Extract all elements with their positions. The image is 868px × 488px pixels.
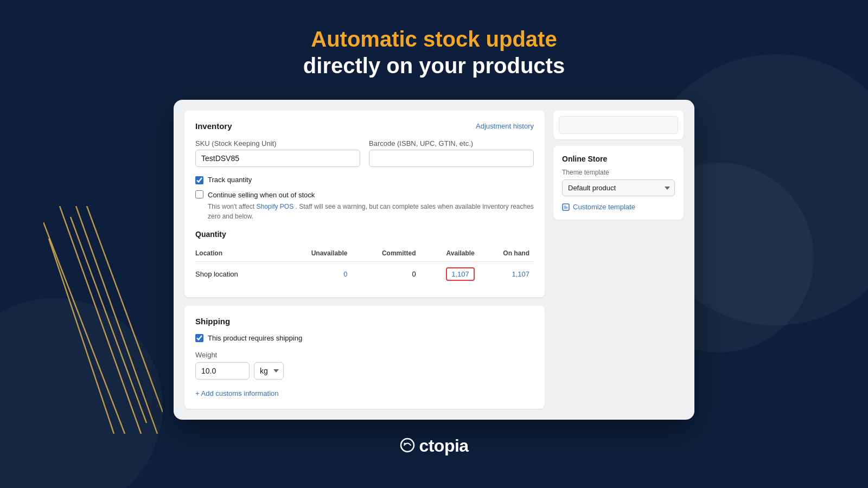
bottom-logo: ctopia bbox=[399, 436, 468, 456]
svg-point-8 bbox=[404, 442, 406, 444]
svg-point-7 bbox=[401, 439, 414, 452]
track-quantity-label[interactable]: Track quantity bbox=[208, 176, 252, 184]
logo-text: ctopia bbox=[419, 436, 468, 456]
theme-template-select[interactable]: Default product bbox=[562, 179, 675, 196]
left-panel: Inventory Adjustment history SKU (Stock … bbox=[184, 111, 545, 409]
quantity-section: Quantity Location Unavailable Committed … bbox=[195, 230, 534, 286]
sku-input[interactable] bbox=[195, 150, 360, 167]
col-unavailable: Unavailable bbox=[279, 246, 352, 262]
row-committed: 0 bbox=[352, 262, 420, 287]
customize-template-text: Customize template bbox=[573, 203, 635, 211]
row-location: Shop location bbox=[195, 262, 279, 287]
requires-shipping-checkbox[interactable] bbox=[195, 334, 203, 342]
weight-unit-select[interactable]: kg lb oz g bbox=[254, 362, 284, 380]
row-on-hand: 1,107 bbox=[479, 262, 534, 287]
col-on-hand: On hand bbox=[479, 246, 534, 262]
page-content: Automatic stock update directly on your … bbox=[0, 0, 868, 456]
track-quantity-item: Track quantity bbox=[195, 176, 534, 184]
row-available: 1,107 bbox=[420, 262, 479, 287]
weight-label: Weight bbox=[195, 351, 534, 359]
continue-selling-label[interactable]: Continue selling when out of stock bbox=[208, 191, 315, 199]
search-bar-card bbox=[553, 111, 684, 139]
online-store-card: Online Store Theme template Default prod… bbox=[553, 146, 684, 220]
col-available: Available bbox=[420, 246, 479, 262]
checkbox-group: Track quantity Continue selling when out… bbox=[195, 176, 534, 221]
right-panel: Online Store Theme template Default prod… bbox=[553, 111, 684, 409]
requires-shipping-label[interactable]: This product requires shipping bbox=[208, 334, 302, 342]
weight-group: Weight kg lb oz g bbox=[195, 351, 534, 380]
shipping-section: Shipping This product requires shipping … bbox=[184, 306, 545, 409]
col-committed: Committed bbox=[352, 246, 420, 262]
headline: Automatic stock update directly on your … bbox=[303, 27, 565, 78]
adjustment-history-link[interactable]: Adjustment history bbox=[476, 122, 534, 130]
headline-line2: directly on your products bbox=[303, 54, 565, 78]
inventory-section: Inventory Adjustment history SKU (Stock … bbox=[184, 111, 545, 297]
continue-selling-content: Continue selling when out of stock This … bbox=[208, 190, 534, 221]
row-unavailable: 0 bbox=[279, 262, 352, 287]
table-row: Shop location 0 0 1,107 bbox=[195, 262, 534, 287]
weight-input[interactable] bbox=[195, 362, 250, 380]
sku-barcode-row: SKU (Stock Keeping Unit) Barcode (ISBN, … bbox=[195, 139, 534, 167]
barcode-group: Barcode (ISBN, UPC, GTIN, etc.) bbox=[369, 139, 534, 167]
weight-row: kg lb oz g bbox=[195, 362, 534, 380]
shipping-title: Shipping bbox=[195, 317, 534, 326]
barcode-label: Barcode (ISBN, UPC, GTIN, etc.) bbox=[369, 139, 534, 147]
quantity-table: Location Unavailable Committed Available… bbox=[195, 246, 534, 286]
inventory-title: Inventory bbox=[195, 121, 232, 131]
sku-label: SKU (Stock Keeping Unit) bbox=[195, 139, 360, 147]
logo-icon-area bbox=[399, 437, 417, 455]
barcode-input[interactable] bbox=[369, 150, 534, 167]
continue-selling-checkbox[interactable] bbox=[195, 190, 203, 198]
online-store-title: Online Store bbox=[562, 155, 675, 163]
track-quantity-checkbox[interactable] bbox=[195, 176, 203, 184]
col-location: Location bbox=[195, 246, 279, 262]
continue-selling-desc: This won't affect Shopify POS . Staff wi… bbox=[208, 202, 534, 221]
main-card: Inventory Adjustment history SKU (Stock … bbox=[174, 100, 694, 420]
customize-icon bbox=[562, 203, 570, 211]
add-customs-link[interactable]: + Add customs information bbox=[195, 389, 279, 397]
shopify-pos-link[interactable]: Shopify POS bbox=[256, 203, 293, 210]
requires-shipping-row: This product requires shipping bbox=[195, 333, 534, 342]
available-value-highlight: 1,107 bbox=[446, 267, 475, 281]
theme-template-label: Theme template bbox=[562, 169, 675, 176]
search-input[interactable] bbox=[559, 116, 678, 134]
quantity-title: Quantity bbox=[195, 230, 534, 239]
headline-line1: Automatic stock update bbox=[303, 27, 565, 52]
customize-template-link[interactable]: Customize template bbox=[562, 203, 675, 211]
sku-group: SKU (Stock Keeping Unit) bbox=[195, 139, 360, 167]
desc-part1: This won't affect bbox=[208, 203, 254, 210]
continue-selling-item: Continue selling when out of stock This … bbox=[195, 190, 534, 221]
inventory-header: Inventory Adjustment history bbox=[195, 121, 534, 131]
